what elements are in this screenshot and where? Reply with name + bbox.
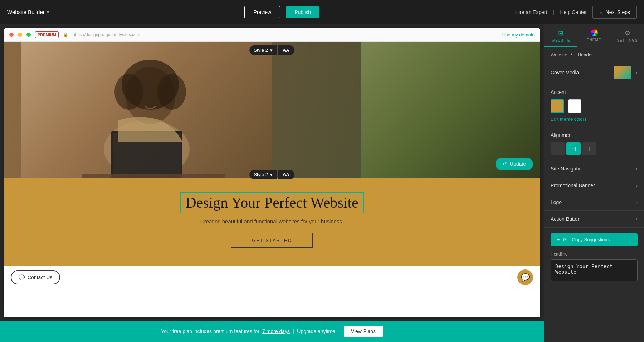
headline-label: Headline [551,252,638,257]
dot-red [9,33,14,37]
settings-tab-label: SETTINGS [617,39,638,43]
panel-breadcrumb: Website / Header [544,47,644,61]
upgrade-separator: | [293,328,294,334]
hero-headline-wrapper[interactable]: Design Your Perfect Website [180,192,363,213]
website-tab-label: WEBSITE [551,39,570,43]
accent-swatches [551,99,638,113]
settings-gear-icon: ⚙ [625,29,630,37]
url-bar: https://designpro.godaddysites.com [73,32,498,37]
right-panel: ⊞ WEBSITE THEME ⚙ SETTINGS Website / Hea… [544,24,644,342]
website-icon: ⊞ [558,29,564,37]
use-domain-link[interactable]: Use my domain [502,32,535,38]
chevron-right-icon-action: › [636,216,638,222]
upgrade-link[interactable]: 7 more days [262,328,290,334]
premium-badge: PREMIUM [35,31,59,38]
swatch-white[interactable] [568,99,581,113]
browser-bar: PREMIUM 🔒 https://designpro.godaddysites… [4,28,540,42]
tab-theme[interactable]: THEME [577,24,611,47]
get-copy-suggestions-button[interactable]: ✦ Get Copy Suggestions [551,233,638,246]
align-center-button[interactable]: ⊣ [566,142,581,155]
panel-tabs: ⊞ WEBSITE THEME ⚙ SETTINGS [544,24,644,47]
dot-green [26,33,31,37]
align-left-button[interactable]: ⊢ [551,142,565,155]
alignment-buttons: ⊢ ⊣ ⊤ [551,142,638,155]
upgrade-text: Your free plan includes premium features… [161,328,259,334]
breadcrumb-child: Header [578,52,593,58]
dot-yellow [18,33,22,37]
theme-rainbow-icon [591,29,598,36]
chat-bubble: 💬 [517,269,533,285]
promotional-banner-label: Promotional Banner [551,183,636,188]
preview-button[interactable]: Preview [244,6,280,18]
separator: | [553,9,554,15]
brand[interactable]: Website Builder ▾ [7,9,49,15]
style-selector[interactable]: Style 2 ▾ [249,45,277,55]
breadcrumb-separator: / [571,52,573,58]
canvas-area: PREMIUM 🔒 https://designpro.godaddysites… [0,24,544,342]
wand-icon: ✦ [556,237,560,242]
chat-bubble-icon[interactable]: 💬 [517,269,533,285]
hero-subheading: Creating beautiful and functional websit… [11,218,533,224]
help-center-link[interactable]: Help Center [560,9,587,15]
panel-content: Cover Media › Accent Edit theme colors A… [544,61,644,342]
cover-media-section[interactable]: Cover Media › [544,61,644,84]
site-navigation-section[interactable]: Site Navigation › [544,160,644,177]
svg-point-6 [114,74,143,110]
alignment-section: Alignment ⊢ ⊣ ⊤ [544,127,644,160]
top-bar-center: Preview Publish [49,6,515,18]
action-button-label: Action Button [551,216,636,222]
chevron-down-icon-2: ▾ [270,172,273,177]
font-button-2[interactable]: AA [278,170,294,179]
hire-expert-link[interactable]: Hire an Expert [515,9,547,15]
swatch-gold[interactable] [551,99,564,113]
headline-input[interactable] [551,259,638,281]
upgrade-subtext: Upgrade anytime [297,328,335,334]
hero-right-bg [361,42,540,178]
action-button-section[interactable]: Action Button › [544,211,644,228]
tab-settings[interactable]: ⚙ SETTINGS [611,24,644,47]
accent-section: Accent Edit theme colors [544,84,644,127]
chevron-down-icon: ▾ [270,48,273,53]
upgrade-bar: Your free plan includes premium features… [0,321,544,342]
font-button[interactable]: AA [278,45,294,55]
cover-media-thumb-image [614,66,631,79]
website-preview: Style 2 ▾ AA [4,42,540,317]
edit-theme-colors-link[interactable]: Edit theme colors [551,117,638,122]
next-steps-button[interactable]: ≡ Next Steps [592,6,637,19]
style-toolbar: Style 2 ▾ AA [249,45,294,55]
alignment-label: Alignment [551,132,638,138]
chat-icon: 💬 [19,274,25,280]
hero-text-section: Style 2 ▾ AA Design Your Perfect Website… [4,178,540,266]
contact-us-button[interactable]: 💬 Contact Us [11,270,60,284]
chevron-right-icon-nav: › [636,165,638,172]
contact-bar: 💬 Contact Us 💬 [4,266,540,289]
chevron-right-icon-logo: › [636,199,638,205]
align-right-button[interactable]: ⊤ [582,142,596,155]
logo-section[interactable]: Logo › [544,194,644,211]
top-bar: Website Builder ▾ Preview Publish Hire a… [0,0,644,24]
lock-icon: 🔒 [63,32,68,37]
promotional-banner-section[interactable]: Promotional Banner › [544,177,644,194]
hero-cta-button[interactable]: — GET STARTED — [231,233,313,248]
svg-rect-3 [82,174,225,178]
accent-label: Accent [551,89,638,95]
tab-website[interactable]: ⊞ WEBSITE [544,24,577,47]
main-area: PREMIUM 🔒 https://designpro.godaddysites… [0,24,644,342]
cover-media-label: Cover Media [551,70,614,75]
publish-button[interactable]: Publish [286,6,319,18]
logo-label: Logo [551,199,636,205]
chevron-right-icon: › [636,69,638,76]
style-selector-2[interactable]: Style 2 ▾ [249,170,277,179]
hero-illustration [47,49,261,178]
cta-dash-right: — [296,238,302,243]
hero-headline[interactable]: Design Your Perfect Website [185,194,358,211]
brand-label: Website Builder [7,9,45,15]
browser-chrome: PREMIUM 🔒 https://designpro.godaddysites… [4,28,540,317]
refresh-icon: ↺ [503,161,507,167]
theme-tab-label: THEME [587,38,601,42]
svg-point-7 [157,74,186,110]
cta-dash-left: — [242,238,248,243]
update-button[interactable]: ↺ Update [496,158,533,170]
breadcrumb-parent[interactable]: Website [551,52,567,58]
view-plans-button[interactable]: View Plans [344,326,383,337]
